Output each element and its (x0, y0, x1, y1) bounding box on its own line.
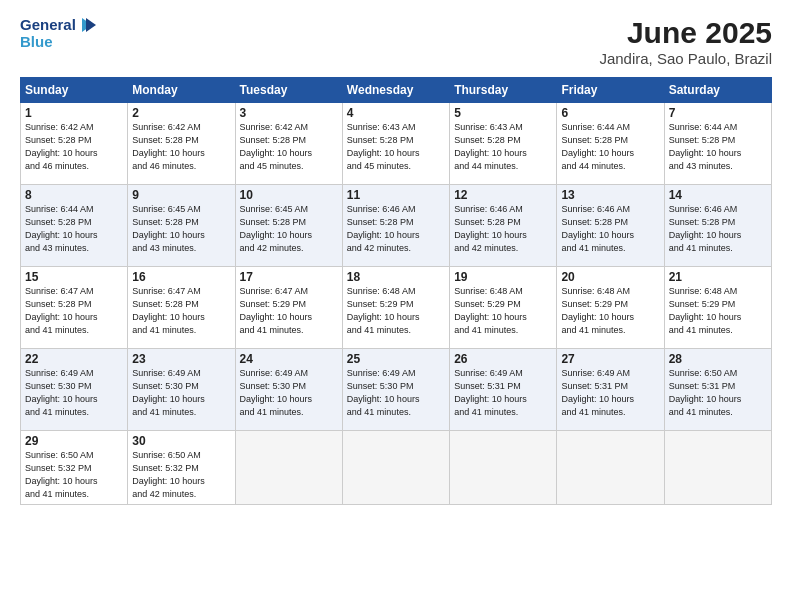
day-info: Sunrise: 6:43 AM Sunset: 5:28 PM Dayligh… (347, 121, 445, 173)
day-number: 15 (25, 270, 123, 284)
table-row: 26Sunrise: 6:49 AM Sunset: 5:31 PM Dayli… (450, 349, 557, 431)
day-info: Sunrise: 6:47 AM Sunset: 5:29 PM Dayligh… (240, 285, 338, 337)
day-info: Sunrise: 6:48 AM Sunset: 5:29 PM Dayligh… (561, 285, 659, 337)
table-row: 19Sunrise: 6:48 AM Sunset: 5:29 PM Dayli… (450, 267, 557, 349)
day-info: Sunrise: 6:46 AM Sunset: 5:28 PM Dayligh… (454, 203, 552, 255)
day-info: Sunrise: 6:45 AM Sunset: 5:28 PM Dayligh… (240, 203, 338, 255)
day-info: Sunrise: 6:49 AM Sunset: 5:31 PM Dayligh… (561, 367, 659, 419)
day-info: Sunrise: 6:47 AM Sunset: 5:28 PM Dayligh… (25, 285, 123, 337)
day-number: 8 (25, 188, 123, 202)
day-number: 9 (132, 188, 230, 202)
logo-container: General Blue (20, 16, 96, 51)
table-row: 12Sunrise: 6:46 AM Sunset: 5:28 PM Dayli… (450, 185, 557, 267)
day-number: 25 (347, 352, 445, 366)
svg-marker-1 (86, 18, 96, 32)
table-row: 16Sunrise: 6:47 AM Sunset: 5:28 PM Dayli… (128, 267, 235, 349)
table-row: 3Sunrise: 6:42 AM Sunset: 5:28 PM Daylig… (235, 103, 342, 185)
day-info: Sunrise: 6:48 AM Sunset: 5:29 PM Dayligh… (669, 285, 767, 337)
table-row: 1Sunrise: 6:42 AM Sunset: 5:28 PM Daylig… (21, 103, 128, 185)
logo: General Blue (20, 16, 96, 51)
day-number: 5 (454, 106, 552, 120)
day-info: Sunrise: 6:44 AM Sunset: 5:28 PM Dayligh… (669, 121, 767, 173)
col-friday: Friday (557, 78, 664, 103)
table-row (235, 431, 342, 505)
table-row: 10Sunrise: 6:45 AM Sunset: 5:28 PM Dayli… (235, 185, 342, 267)
day-info: Sunrise: 6:42 AM Sunset: 5:28 PM Dayligh… (25, 121, 123, 173)
day-number: 20 (561, 270, 659, 284)
week-row-4: 22Sunrise: 6:49 AM Sunset: 5:30 PM Dayli… (21, 349, 772, 431)
table-row: 8Sunrise: 6:44 AM Sunset: 5:28 PM Daylig… (21, 185, 128, 267)
day-number: 4 (347, 106, 445, 120)
table-row: 9Sunrise: 6:45 AM Sunset: 5:28 PM Daylig… (128, 185, 235, 267)
day-info: Sunrise: 6:42 AM Sunset: 5:28 PM Dayligh… (132, 121, 230, 173)
day-info: Sunrise: 6:46 AM Sunset: 5:28 PM Dayligh… (347, 203, 445, 255)
day-number: 17 (240, 270, 338, 284)
table-row: 2Sunrise: 6:42 AM Sunset: 5:28 PM Daylig… (128, 103, 235, 185)
day-info: Sunrise: 6:47 AM Sunset: 5:28 PM Dayligh… (132, 285, 230, 337)
day-info: Sunrise: 6:42 AM Sunset: 5:28 PM Dayligh… (240, 121, 338, 173)
day-number: 23 (132, 352, 230, 366)
col-monday: Monday (128, 78, 235, 103)
table-row: 5Sunrise: 6:43 AM Sunset: 5:28 PM Daylig… (450, 103, 557, 185)
day-number: 11 (347, 188, 445, 202)
day-info: Sunrise: 6:45 AM Sunset: 5:28 PM Dayligh… (132, 203, 230, 255)
table-row: 27Sunrise: 6:49 AM Sunset: 5:31 PM Dayli… (557, 349, 664, 431)
table-row: 30Sunrise: 6:50 AM Sunset: 5:32 PM Dayli… (128, 431, 235, 505)
table-row: 21Sunrise: 6:48 AM Sunset: 5:29 PM Dayli… (664, 267, 771, 349)
day-number: 16 (132, 270, 230, 284)
table-row (664, 431, 771, 505)
day-number: 29 (25, 434, 123, 448)
day-number: 19 (454, 270, 552, 284)
day-info: Sunrise: 6:49 AM Sunset: 5:30 PM Dayligh… (25, 367, 123, 419)
table-row: 28Sunrise: 6:50 AM Sunset: 5:31 PM Dayli… (664, 349, 771, 431)
week-row-3: 15Sunrise: 6:47 AM Sunset: 5:28 PM Dayli… (21, 267, 772, 349)
day-info: Sunrise: 6:49 AM Sunset: 5:30 PM Dayligh… (132, 367, 230, 419)
calendar-title: June 2025 (599, 16, 772, 50)
day-info: Sunrise: 6:49 AM Sunset: 5:31 PM Dayligh… (454, 367, 552, 419)
day-info: Sunrise: 6:48 AM Sunset: 5:29 PM Dayligh… (347, 285, 445, 337)
table-row: 13Sunrise: 6:46 AM Sunset: 5:28 PM Dayli… (557, 185, 664, 267)
day-number: 22 (25, 352, 123, 366)
day-number: 12 (454, 188, 552, 202)
day-number: 10 (240, 188, 338, 202)
calendar-subtitle: Jandira, Sao Paulo, Brazil (599, 50, 772, 67)
table-row: 7Sunrise: 6:44 AM Sunset: 5:28 PM Daylig… (664, 103, 771, 185)
table-row: 11Sunrise: 6:46 AM Sunset: 5:28 PM Dayli… (342, 185, 449, 267)
day-info: Sunrise: 6:50 AM Sunset: 5:32 PM Dayligh… (132, 449, 230, 501)
table-row: 22Sunrise: 6:49 AM Sunset: 5:30 PM Dayli… (21, 349, 128, 431)
table-row: 17Sunrise: 6:47 AM Sunset: 5:29 PM Dayli… (235, 267, 342, 349)
day-number: 21 (669, 270, 767, 284)
day-number: 3 (240, 106, 338, 120)
day-info: Sunrise: 6:43 AM Sunset: 5:28 PM Dayligh… (454, 121, 552, 173)
col-tuesday: Tuesday (235, 78, 342, 103)
day-info: Sunrise: 6:49 AM Sunset: 5:30 PM Dayligh… (240, 367, 338, 419)
table-row: 15Sunrise: 6:47 AM Sunset: 5:28 PM Dayli… (21, 267, 128, 349)
day-info: Sunrise: 6:44 AM Sunset: 5:28 PM Dayligh… (25, 203, 123, 255)
table-row: 23Sunrise: 6:49 AM Sunset: 5:30 PM Dayli… (128, 349, 235, 431)
table-row: 24Sunrise: 6:49 AM Sunset: 5:30 PM Dayli… (235, 349, 342, 431)
col-thursday: Thursday (450, 78, 557, 103)
table-row: 18Sunrise: 6:48 AM Sunset: 5:29 PM Dayli… (342, 267, 449, 349)
day-info: Sunrise: 6:49 AM Sunset: 5:30 PM Dayligh… (347, 367, 445, 419)
day-info: Sunrise: 6:50 AM Sunset: 5:31 PM Dayligh… (669, 367, 767, 419)
table-row: 6Sunrise: 6:44 AM Sunset: 5:28 PM Daylig… (557, 103, 664, 185)
day-number: 13 (561, 188, 659, 202)
day-number: 27 (561, 352, 659, 366)
day-number: 6 (561, 106, 659, 120)
table-row (557, 431, 664, 505)
table-row: 4Sunrise: 6:43 AM Sunset: 5:28 PM Daylig… (342, 103, 449, 185)
day-number: 2 (132, 106, 230, 120)
day-number: 26 (454, 352, 552, 366)
day-number: 24 (240, 352, 338, 366)
day-number: 7 (669, 106, 767, 120)
logo-general: General (20, 17, 76, 34)
title-block: June 2025 Jandira, Sao Paulo, Brazil (599, 16, 772, 67)
day-info: Sunrise: 6:46 AM Sunset: 5:28 PM Dayligh… (561, 203, 659, 255)
day-number: 18 (347, 270, 445, 284)
table-row: 25Sunrise: 6:49 AM Sunset: 5:30 PM Dayli… (342, 349, 449, 431)
page: General Blue June 2025 Jandira, Sao Paul… (0, 0, 792, 612)
day-info: Sunrise: 6:50 AM Sunset: 5:32 PM Dayligh… (25, 449, 123, 501)
header: General Blue June 2025 Jandira, Sao Paul… (20, 16, 772, 67)
header-row: Sunday Monday Tuesday Wednesday Thursday… (21, 78, 772, 103)
table-row: 29Sunrise: 6:50 AM Sunset: 5:32 PM Dayli… (21, 431, 128, 505)
